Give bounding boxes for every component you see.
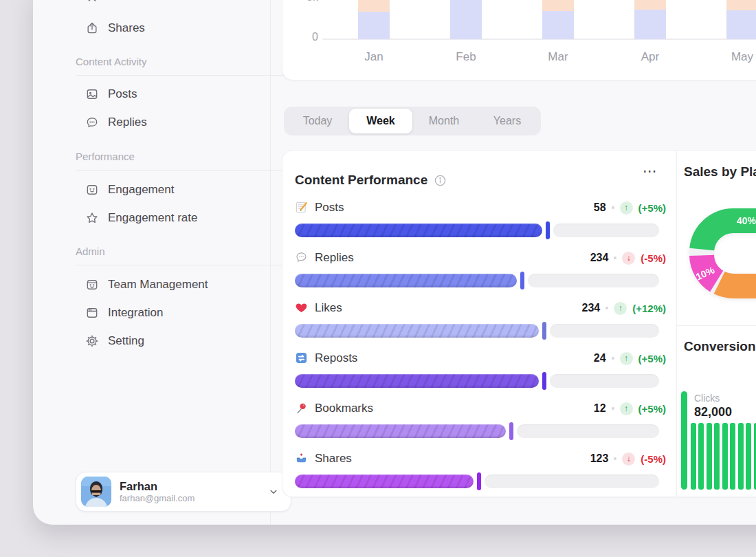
- time-range-tabs: Today Week Month Years: [284, 107, 541, 135]
- tab-years[interactable]: Years: [476, 109, 539, 133]
- month-label: May: [731, 50, 753, 64]
- performance-row: Posts 58 ↑ (+5%): [295, 196, 666, 239]
- dot-separator: [612, 357, 614, 360]
- dashboard-screen: { "icons": {"up_arrow":"↑","down_arrow":…: [0, 0, 756, 557]
- sidebar-section-admin: Admin: [76, 245, 291, 265]
- row-value: 234: [590, 252, 609, 264]
- tab-month[interactable]: Month: [412, 109, 476, 133]
- month-label: Feb: [456, 50, 476, 64]
- conversion-bar: [738, 423, 744, 490]
- image-icon: [85, 87, 100, 102]
- progress-thumb: [546, 221, 550, 239]
- sidebar-item-label: Shares: [108, 21, 145, 35]
- sidebar-item-setting[interactable]: Setting: [33, 327, 270, 355]
- progress-bar: [295, 422, 666, 440]
- donut-label-40: 40%: [737, 215, 756, 226]
- performance-row: Shares 123 ↓ (-5%): [295, 447, 666, 490]
- progress-track: [550, 324, 659, 338]
- row-label: Replies: [315, 251, 354, 265]
- progress-track: [485, 474, 659, 488]
- change-value: (+5%): [638, 403, 666, 415]
- dot-separator: [612, 206, 614, 209]
- progress-thumb: [509, 422, 513, 440]
- progress-bar: [295, 221, 666, 239]
- row-head: Replies 234 ↓ (-5%): [295, 246, 666, 270]
- tray-icon: [295, 452, 309, 466]
- month-label: Jan: [364, 50, 383, 64]
- conversion-bar: [722, 423, 728, 490]
- row-values: 12 ↑ (+5%): [594, 402, 666, 415]
- month-label: Apr: [641, 50, 659, 64]
- tab-week[interactable]: Week: [349, 109, 412, 133]
- row-head: Bookmarks 12 ↑ (+5%): [295, 397, 666, 420]
- bookmark-icon: [85, 0, 100, 3]
- more-menu-icon[interactable]: ⋯: [643, 163, 658, 179]
- profile-name: Farhan: [120, 479, 267, 493]
- progress-thumb: [520, 272, 524, 290]
- speech-balloon-icon: [295, 251, 309, 265]
- sidebar: Bookmarks Shares Content Activity Posts …: [33, 0, 271, 525]
- progress-thumb: [542, 372, 546, 390]
- change-badge: ↑: [620, 201, 633, 215]
- performance-row: Likes 234 ↑ (+12%): [295, 296, 666, 339]
- change-value: (-5%): [641, 252, 666, 264]
- sidebar-item-label: Posts: [108, 87, 137, 101]
- dot-separator: [614, 256, 616, 259]
- profile-meta: Farhan farhan@gmail.com: [120, 479, 267, 504]
- row-value: 234: [582, 302, 601, 314]
- conversion-tall-bar: [681, 391, 687, 490]
- change-value: (+12%): [632, 303, 666, 314]
- change-badge: ↑: [614, 302, 627, 315]
- chevron-down-icon[interactable]: [267, 485, 280, 498]
- tab-today[interactable]: Today: [286, 109, 349, 133]
- change-value: (+5%): [638, 202, 666, 214]
- sidebar-item-integration[interactable]: Integration: [33, 299, 270, 327]
- top-chart-bars: [282, 0, 756, 39]
- row-head: Reposts 24 ↑ (+5%): [295, 347, 666, 370]
- star-icon: [85, 210, 100, 226]
- row-value: 58: [594, 201, 606, 214]
- chat-icon: [85, 115, 100, 130]
- progress-fill: [295, 474, 474, 488]
- memo-icon: [295, 201, 309, 215]
- sidebar-item-bookmarks[interactable]: Bookmarks: [33, 0, 270, 10]
- info-icon[interactable]: [434, 174, 447, 187]
- sidebar-item-shares[interactable]: Shares: [33, 14, 270, 42]
- progress-bar: [295, 472, 666, 490]
- row-label: Likes: [315, 301, 342, 315]
- progress-bar: [295, 272, 666, 290]
- progress-thumb: [542, 322, 546, 340]
- progress-track: [553, 223, 659, 237]
- progress-thumb: [477, 472, 481, 490]
- row-values: 58 ↑ (+5%): [594, 201, 666, 215]
- sidebar-item-replies[interactable]: Replies: [33, 109, 270, 136]
- horizontal-divider: [677, 325, 756, 326]
- row-head: Likes 234 ↑ (+12%): [295, 296, 666, 320]
- gear-icon: [85, 334, 100, 349]
- conversion-bar: [698, 423, 704, 490]
- dot-separator: [614, 457, 616, 460]
- sales-donut-chart: 40% 10%: [688, 207, 756, 303]
- row-head: Shares 123 ↓ (-5%): [295, 447, 666, 470]
- change-badge: ↑: [620, 352, 633, 365]
- sidebar-section-content-activity: Content Activity: [76, 56, 291, 76]
- change-value: (+5%): [638, 353, 666, 364]
- sidebar-item-posts[interactable]: Posts: [33, 80, 270, 108]
- sidebar-item-team-management[interactable]: Team Management: [33, 271, 270, 298]
- row-label: Posts: [315, 201, 344, 215]
- progress-track: [528, 274, 659, 287]
- sidebar-item-label: Engagement: [108, 183, 174, 197]
- sidebar-item-engagement-rate[interactable]: Engagement rate: [33, 204, 270, 232]
- repeat-icon: [295, 351, 309, 365]
- performance-row: Bookmarks 12 ↑ (+5%): [295, 397, 666, 439]
- sidebar-item-label: Engagement rate: [108, 211, 197, 225]
- row-label: Shares: [315, 452, 352, 466]
- conversion-bar: [730, 423, 735, 490]
- clicks-value: 82,000: [694, 405, 732, 419]
- sidebar-item-engagement[interactable]: Engagement: [33, 176, 270, 204]
- sales-by-platform-title: Sales by Platform: [684, 164, 756, 179]
- profile-card[interactable]: Farhan farhan@gmail.com: [76, 472, 291, 512]
- conversion-bar: [754, 423, 756, 490]
- performance-row: Reposts 24 ↑ (+5%): [295, 347, 666, 389]
- progress-fill: [295, 424, 506, 438]
